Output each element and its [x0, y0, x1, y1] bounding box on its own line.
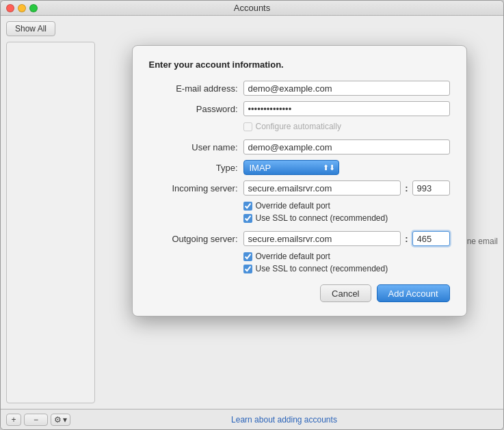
incoming-ssl-row: Use SSL to connect (recommended): [243, 213, 450, 223]
username-input[interactable]: [243, 139, 450, 154]
add-account-button[interactable]: Add Account: [377, 284, 450, 302]
minimize-button[interactable]: [18, 4, 26, 12]
modal-title: Enter your account information.: [149, 59, 450, 70]
outgoing-override-label: Override default port: [256, 252, 330, 261]
right-panel: online email Enter your account informat…: [101, 42, 498, 403]
email-group: E-mail address:: [149, 81, 450, 96]
password-group: Password:: [149, 101, 450, 116]
incoming-override-label: Override default port: [256, 201, 330, 211]
configure-checkbox: [243, 122, 252, 131]
password-input[interactable]: [243, 101, 450, 116]
learn-link[interactable]: Learn about adding accounts: [231, 415, 337, 425]
configure-row: Configure automatically: [243, 122, 450, 131]
main-content: online email Enter your account informat…: [6, 42, 498, 403]
outgoing-override-row: Override default port: [243, 252, 450, 261]
plus-icon: +: [11, 415, 16, 425]
outgoing-ssl-row: Use SSL to connect (recommended): [243, 264, 450, 273]
chevron-down-icon: ▾: [63, 415, 67, 425]
outgoing-server-input[interactable]: [243, 231, 401, 246]
add-account-plus-button[interactable]: +: [6, 414, 21, 426]
outgoing-label: Outgoing server:: [149, 234, 238, 244]
minus-icon: −: [34, 415, 38, 425]
outgoing-port-input[interactable]: [412, 231, 450, 246]
incoming-server-input[interactable]: [243, 180, 401, 196]
outgoing-server-row: :: [243, 231, 450, 246]
window-body: Show All online email Enter your account…: [1, 16, 503, 409]
incoming-override-row: Override default port: [243, 201, 450, 211]
title-bar: Accounts: [1, 1, 503, 16]
incoming-group: Incoming server: :: [149, 180, 450, 196]
modal-footer: Cancel Add Account: [149, 284, 450, 302]
bottom-left: + − ⚙ ▾: [6, 414, 70, 426]
type-label: Type:: [149, 163, 238, 173]
username-label: User name:: [149, 142, 238, 152]
incoming-ssl-label: Use SSL to connect (recommended): [256, 213, 388, 223]
toolbar: Show All: [6, 21, 498, 36]
incoming-label: Incoming server:: [149, 183, 238, 193]
gear-icon: ⚙: [54, 415, 62, 425]
show-all-button[interactable]: Show All: [6, 21, 55, 36]
outgoing-ssl-label: Use SSL to connect (recommended): [256, 264, 388, 273]
outgoing-override-checkbox[interactable]: [243, 252, 252, 261]
configure-label: Configure automatically: [256, 122, 341, 131]
close-button[interactable]: [6, 4, 14, 12]
incoming-port-input[interactable]: [412, 180, 450, 196]
gear-button[interactable]: ⚙ ▾: [51, 414, 70, 426]
incoming-server-row: :: [243, 180, 450, 196]
sidebar: [6, 42, 95, 403]
email-input[interactable]: [243, 81, 450, 96]
modal-box: Enter your account information. E-mail a…: [132, 45, 467, 317]
main-window: Accounts Show All online email Enter you…: [0, 0, 504, 430]
window-title: Accounts: [234, 3, 270, 13]
bottom-center: Learn about adding accounts: [70, 414, 498, 425]
maximize-button[interactable]: [29, 4, 38, 12]
incoming-override-checkbox[interactable]: [243, 202, 252, 211]
traffic-lights: [6, 4, 38, 12]
type-group: Type: IMAP POP ⬆⬇: [149, 160, 450, 175]
incoming-ssl-checkbox[interactable]: [243, 214, 252, 223]
outgoing-group: Outgoing server: :: [149, 231, 450, 246]
password-label: Password:: [149, 104, 238, 114]
cancel-button[interactable]: Cancel: [320, 284, 371, 302]
username-group: User name:: [149, 139, 450, 154]
outgoing-colon: :: [405, 234, 408, 244]
type-select[interactable]: IMAP POP: [243, 160, 339, 175]
remove-account-button[interactable]: −: [24, 414, 48, 426]
outgoing-ssl-checkbox[interactable]: [243, 265, 252, 273]
type-select-wrapper: IMAP POP ⬆⬇: [243, 160, 339, 175]
email-label: E-mail address:: [149, 83, 238, 94]
modal-overlay: Enter your account information. E-mail a…: [101, 42, 498, 383]
incoming-colon: :: [405, 183, 408, 193]
bottom-bar: + − ⚙ ▾ Learn about adding accounts: [1, 409, 503, 429]
